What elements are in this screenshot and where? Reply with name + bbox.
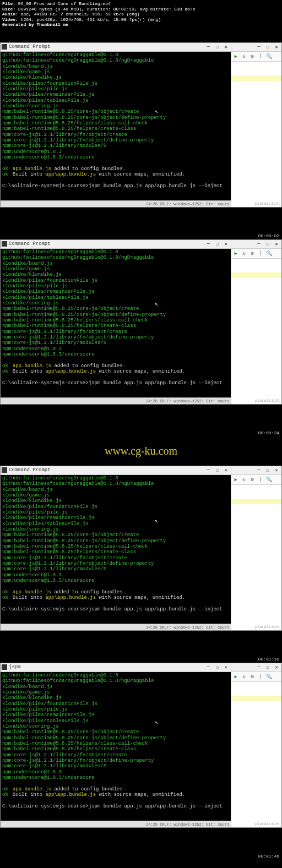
terminal-blank	[2, 178, 229, 183]
redo-icon[interactable]: ↻	[241, 250, 247, 256]
editor-toolbar: ▶ ↻ ⚙ | 🔍	[231, 52, 281, 62]
terminal-line: klondike/klondike.js	[2, 695, 229, 701]
editor-body[interactable]: pluralsight	[231, 485, 281, 630]
minimize-button[interactable]: —	[204, 43, 212, 50]
maximize-button[interactable]: ☐	[213, 241, 221, 247]
terminal-pane: Command Prompt — ☐ ✕ github:fatlinesofco…	[1, 466, 231, 630]
minimize-button[interactable]: —	[204, 664, 212, 670]
close-button[interactable]: ✕	[273, 664, 280, 670]
terminal-line: klondike/piles/pile.js	[2, 510, 229, 515]
maximize-button[interactable]: ☐	[213, 664, 221, 670]
terminal-blank	[2, 601, 229, 607]
editor-pane: — ☐ ✕ ▶ ↻ ⚙ | 🔍 pluralsight	[231, 663, 281, 827]
terminal-line: klondike/game.js	[2, 493, 229, 498]
search-icon[interactable]: 🔍	[265, 53, 272, 59]
terminal-line: npm:core-js@1.2.1/library/modules/$	[2, 143, 229, 149]
minimize-button[interactable]: —	[255, 43, 263, 50]
prompt-line[interactable]: C:\solitaire-systemjs-course>jspm bundle…	[2, 607, 229, 612]
terminal-line: npm:underscore@1.8.3/underscore	[2, 352, 229, 357]
terminal-body[interactable]: github:fatlinesofcode/ngDraggable@0.1.8 …	[1, 52, 231, 200]
terminal-line: github:fatlinesofcode/ngDraggable@0.1.8/…	[2, 481, 229, 487]
editor-body[interactable]: pluralsight	[231, 682, 281, 827]
terminal-line: klondike/piles/remainderPile.js	[2, 515, 229, 521]
terminal-line: klondike/scoring.js	[2, 103, 229, 109]
terminal-line: klondike/scoring.js	[2, 724, 229, 729]
result-line-2: okBuilt into app\app.bundle.js with sour…	[2, 172, 229, 177]
redo-icon[interactable]: ↻	[241, 673, 247, 680]
titlebar[interactable]: jspm — ☐ ✕	[1, 663, 231, 672]
minimize-button[interactable]: —	[255, 241, 263, 247]
play-icon[interactable]: ▶	[232, 53, 239, 59]
sep-icon: |	[257, 250, 264, 256]
result-line-2: okBuilt into app\app.bundle.js with sour…	[2, 595, 229, 600]
terminal-body[interactable]: github:fatlinesofcode/ngDraggable@0.1.8 …	[1, 475, 231, 624]
maximize-button[interactable]: ☐	[264, 467, 272, 473]
right-titlebar[interactable]: — ☐ ✕	[231, 240, 281, 249]
close-button[interactable]: ✕	[273, 467, 280, 473]
window-title: jspm	[9, 664, 21, 670]
close-button[interactable]: ✕	[222, 664, 230, 670]
editor-body[interactable]: pluralsight	[231, 259, 281, 404]
editor-pane: — ☐ ✕ ▶ ↻ ⚙ | 🔍 pluralsight	[231, 43, 281, 207]
minimize-button[interactable]: —	[255, 467, 263, 473]
close-button[interactable]: ✕	[222, 43, 230, 50]
titlebar[interactable]: Command Prompt — ☐ ✕	[1, 466, 231, 475]
search-icon[interactable]: 🔍	[265, 673, 272, 680]
terminal-line: klondike/piles/foundationPile.js	[2, 278, 229, 283]
status-bar: 24:28 CRLF: windows-1252: Git: cours	[1, 624, 231, 630]
minimize-button[interactable]: —	[204, 467, 212, 473]
terminal-line: github:fatlinesofcode/ngDraggable@0.1.8/…	[2, 255, 229, 260]
timestamp: 00:01:10	[0, 656, 282, 663]
editor-body[interactable]: pluralsight	[231, 62, 281, 207]
redo-icon[interactable]: ↻	[241, 476, 247, 483]
terminal-line: npm:underscore@1.8.3/underscore	[2, 775, 229, 780]
maximize-button[interactable]: ☐	[264, 664, 272, 670]
close-button[interactable]: ✕	[222, 241, 230, 247]
terminal-blank	[2, 358, 229, 363]
gear-icon[interactable]: ⚙	[249, 53, 256, 59]
gear-icon[interactable]: ⚙	[249, 250, 256, 256]
play-icon[interactable]: ▶	[232, 250, 239, 256]
maximize-button[interactable]: ☐	[264, 43, 272, 50]
terminal-body[interactable]: github:fatlinesofcode/ngDraggable@0.1.8 …	[1, 672, 231, 821]
terminal-line: klondike/piles/pile.js	[2, 707, 229, 712]
prompt-line[interactable]: C:\solitaire-systemjs-course>jspm bundle…	[2, 380, 229, 386]
gear-icon[interactable]: ⚙	[249, 673, 256, 680]
close-button[interactable]: ✕	[273, 43, 280, 50]
terminal-line: npm:babel-runtime@5.8.25/helpers/create-…	[2, 746, 229, 752]
maximize-button[interactable]: ☐	[213, 43, 221, 50]
right-titlebar[interactable]: — ☐ ✕	[231, 663, 281, 672]
titlebar[interactable]: Command Prompt — ☐ ✕	[1, 240, 231, 249]
terminal-blank	[2, 798, 229, 804]
terminal-line: npm:underscore@1.8.3/underscore	[2, 578, 229, 583]
terminal-line: npm:babel-runtime@5.8.25/helpers/class-c…	[2, 741, 229, 746]
terminal-line: npm:babel-runtime@5.8.25/core-js/object/…	[2, 306, 229, 312]
pluralsight-logo: pluralsight	[255, 201, 280, 206]
sep-icon: |	[257, 673, 264, 680]
play-icon[interactable]: ▶	[232, 476, 239, 483]
terminal-pane: Command Prompt — ☐ ✕ github:fatlinesofco…	[1, 240, 231, 404]
minimize-button[interactable]: —	[204, 241, 212, 247]
maximize-button[interactable]: ☐	[213, 467, 221, 473]
right-titlebar[interactable]: — ☐ ✕	[231, 466, 281, 475]
prompt-line[interactable]: C:\solitaire-systemjs-course>jspm bundle…	[2, 183, 229, 189]
status-bar: 24:28 CRLF: windows-1252: Git: cours	[1, 397, 231, 404]
play-icon[interactable]: ▶	[232, 673, 239, 680]
gear-icon[interactable]: ⚙	[249, 476, 256, 483]
terminal-line: klondike/scoring.js	[2, 301, 229, 306]
terminal-line: npm:underscore@1.8.3	[2, 346, 229, 352]
terminal-line: npm:core-js@1.2.1/library/fn/object/defi…	[2, 561, 229, 566]
terminal-line: klondike/klondike.js	[2, 498, 229, 504]
maximize-button[interactable]: ☐	[264, 241, 272, 247]
prompt-line[interactable]: C:\solitaire-systemjs-course>jspm bundle…	[2, 804, 229, 809]
close-button[interactable]: ✕	[222, 467, 230, 473]
right-titlebar[interactable]: — ☐ ✕	[231, 43, 281, 52]
search-icon[interactable]: 🔍	[265, 476, 272, 483]
window-title: Command Prompt	[9, 241, 51, 247]
redo-icon[interactable]: ↻	[241, 53, 247, 59]
search-icon[interactable]: 🔍	[265, 250, 272, 256]
close-button[interactable]: ✕	[273, 241, 280, 247]
terminal-body[interactable]: github:fatlinesofcode/ngDraggable@0.1.8 …	[1, 249, 231, 397]
minimize-button[interactable]: —	[255, 664, 263, 670]
titlebar[interactable]: Command Prompt — ☐ ✕	[1, 43, 231, 52]
